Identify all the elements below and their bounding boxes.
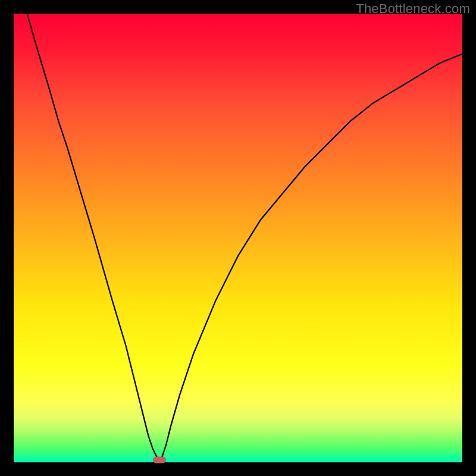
plot-area <box>14 14 462 462</box>
optimal-point-marker <box>153 457 166 464</box>
bottleneck-curve <box>27 14 462 460</box>
chart-frame: TheBottleneck.com <box>0 0 476 476</box>
curve-svg <box>14 14 462 462</box>
